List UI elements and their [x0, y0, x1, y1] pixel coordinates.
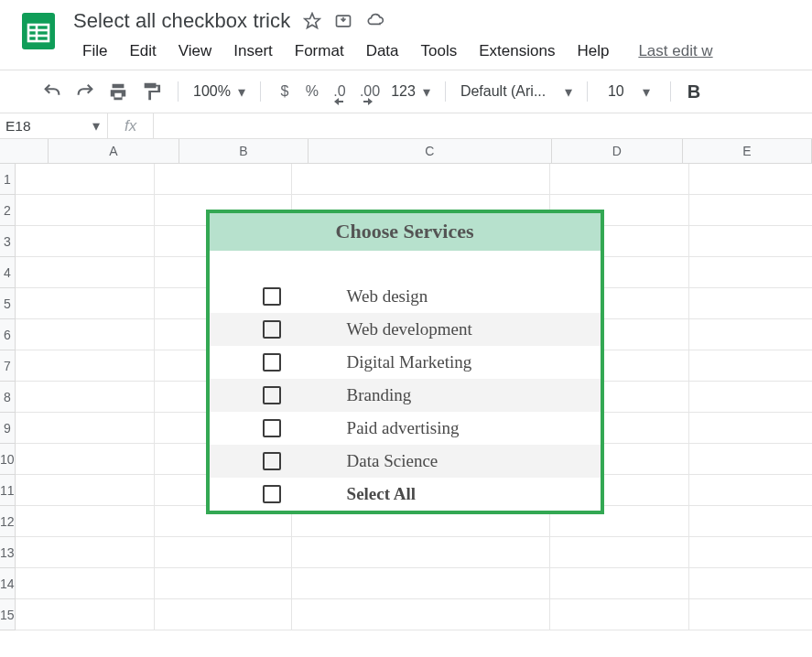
cell[interactable] — [689, 537, 812, 568]
cell[interactable] — [689, 257, 812, 288]
row-header[interactable]: 11 — [0, 475, 15, 506]
cell[interactable] — [689, 195, 812, 226]
format-percent-button[interactable]: % — [299, 78, 325, 105]
cell[interactable] — [292, 568, 550, 599]
cell[interactable] — [16, 226, 155, 257]
bold-button[interactable]: B — [682, 81, 706, 102]
row-header[interactable]: 1 — [0, 164, 15, 195]
cell[interactable] — [689, 475, 812, 506]
cell[interactable] — [689, 288, 812, 319]
cell[interactable] — [689, 568, 812, 599]
cell[interactable] — [16, 382, 155, 413]
menu-help[interactable]: Help — [568, 38, 618, 64]
cell[interactable] — [155, 599, 292, 630]
cell[interactable] — [689, 444, 812, 475]
checkbox[interactable] — [263, 320, 281, 339]
cell[interactable] — [16, 350, 155, 382]
cell[interactable] — [550, 599, 689, 630]
cell[interactable] — [689, 382, 812, 413]
checkbox[interactable] — [263, 452, 281, 470]
cell[interactable] — [16, 195, 155, 226]
cell[interactable] — [689, 599, 812, 630]
menu-view[interactable]: View — [169, 38, 222, 64]
cell[interactable] — [292, 537, 550, 568]
cell[interactable] — [16, 413, 155, 444]
decrease-decimals-button[interactable]: .0 — [327, 78, 352, 105]
cell[interactable] — [689, 350, 812, 382]
menu-format[interactable]: Format — [286, 38, 353, 64]
select-all-corner[interactable] — [0, 139, 49, 163]
cell[interactable] — [550, 568, 689, 599]
row-header[interactable]: 10 — [0, 444, 15, 475]
name-box[interactable]: E18 ▾ — [0, 113, 108, 138]
cell[interactable] — [292, 164, 550, 195]
redo-icon[interactable] — [70, 78, 101, 105]
cell[interactable] — [689, 506, 812, 537]
cell[interactable] — [16, 319, 155, 350]
font-size-dropdown[interactable]: 10 ▾ — [599, 83, 659, 101]
format-currency-button[interactable]: $ — [272, 78, 298, 105]
row-header[interactable]: 5 — [0, 288, 15, 319]
checkbox[interactable] — [263, 353, 281, 372]
menu-file[interactable]: File — [73, 38, 116, 64]
cell[interactable] — [550, 537, 689, 568]
row-header[interactable]: 9 — [0, 413, 15, 444]
menu-tools[interactable]: Tools — [412, 38, 467, 64]
row-header[interactable]: 2 — [0, 195, 15, 226]
zoom-dropdown[interactable]: 100% ▾ — [189, 83, 249, 101]
cell[interactable] — [16, 164, 155, 195]
cell[interactable] — [155, 164, 292, 195]
menu-extensions[interactable]: Extensions — [470, 38, 564, 64]
row-header[interactable]: 13 — [0, 537, 15, 568]
cell[interactable] — [155, 568, 292, 599]
row-header[interactable]: 14 — [0, 568, 15, 599]
cell[interactable] — [16, 288, 155, 319]
cell[interactable] — [689, 164, 812, 195]
undo-icon[interactable] — [37, 78, 68, 105]
col-header-e[interactable]: E — [683, 139, 812, 163]
move-icon[interactable] — [334, 12, 352, 30]
cell[interactable] — [16, 506, 155, 537]
row-header[interactable]: 3 — [0, 226, 15, 257]
paint-format-icon[interactable] — [135, 78, 167, 105]
increase-decimals-button[interactable]: .00 — [354, 78, 385, 105]
cell[interactable] — [16, 257, 155, 288]
row-header[interactable]: 4 — [0, 257, 15, 288]
doc-title[interactable]: Select all checkbox trick — [73, 9, 290, 33]
cell[interactable] — [16, 599, 155, 630]
col-header-c[interactable]: C — [309, 139, 551, 163]
cell[interactable] — [689, 226, 812, 257]
menu-data[interactable]: Data — [357, 38, 408, 64]
cells-area[interactable]: Choose Services Web designWeb developmen… — [16, 164, 812, 630]
menu-edit[interactable]: Edit — [120, 38, 165, 64]
font-dropdown[interactable]: Default (Ari... ▾ — [457, 83, 576, 101]
print-icon[interactable] — [103, 78, 134, 105]
checkbox[interactable] — [263, 419, 281, 437]
row-header[interactable]: 12 — [0, 506, 15, 537]
checkbox[interactable] — [263, 386, 281, 404]
cloud-status-icon[interactable] — [365, 12, 385, 30]
last-edit-link[interactable]: Last edit w — [622, 38, 712, 64]
star-icon[interactable] — [303, 12, 321, 30]
more-formats-dropdown[interactable]: 123 ▾ — [387, 83, 434, 101]
row-header[interactable]: 8 — [0, 382, 15, 413]
cell[interactable] — [550, 164, 689, 195]
row-header[interactable]: 7 — [0, 350, 15, 382]
checkbox[interactable] — [263, 287, 281, 306]
cell[interactable] — [155, 537, 292, 568]
cell[interactable] — [292, 599, 550, 630]
cell[interactable] — [16, 537, 155, 568]
checkbox[interactable] — [263, 485, 281, 503]
row-header[interactable]: 6 — [0, 319, 15, 350]
col-header-d[interactable]: D — [552, 139, 683, 163]
col-header-a[interactable]: A — [49, 139, 179, 163]
cell[interactable] — [16, 475, 155, 506]
cell[interactable] — [16, 444, 155, 475]
menu-insert[interactable]: Insert — [224, 38, 282, 64]
row-header[interactable]: 15 — [0, 599, 15, 630]
cell[interactable] — [689, 319, 812, 350]
cell[interactable] — [689, 413, 812, 444]
panel-title: Choose Services — [210, 213, 601, 251]
col-header-b[interactable]: B — [179, 139, 309, 163]
cell[interactable] — [16, 568, 155, 599]
